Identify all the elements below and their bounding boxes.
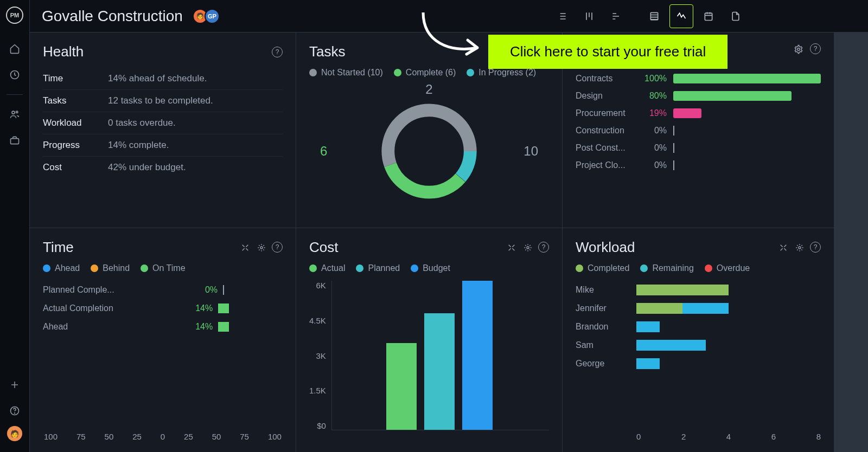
svg-point-14	[799, 247, 801, 249]
health-row: Time 14% ahead of schedule.	[43, 68, 283, 90]
legend-item[interactable]: Not Started (10)	[309, 68, 383, 78]
time-row-pct: 14%	[189, 304, 213, 313]
legend-item[interactable]: Completed	[576, 263, 629, 273]
help-icon[interactable]	[4, 400, 25, 422]
expand-icon[interactable]	[239, 242, 251, 254]
legend-label: Behind	[103, 263, 130, 273]
team-avatars[interactable]: 🧑 GP	[196, 9, 220, 24]
legend-label: Budget	[423, 263, 450, 273]
tasks-donut-chart	[375, 97, 483, 205]
health-value: 12 tasks to be completed.	[108, 95, 213, 106]
clock-icon[interactable]	[4, 64, 25, 86]
app-logo[interactable]: PM	[6, 7, 23, 24]
legend-item[interactable]: Complete (6)	[394, 68, 456, 78]
cost-bar	[386, 343, 417, 430]
svg-point-11	[797, 48, 800, 51]
axis-tick: 75	[240, 432, 249, 441]
progress-pct: 100%	[642, 74, 667, 83]
legend-dot-icon	[394, 69, 401, 76]
gantt-view-icon[interactable]	[604, 4, 628, 28]
tasks-title: Tasks	[309, 43, 345, 60]
progress-row: Procurement 19%	[576, 108, 821, 118]
health-row: Progress 14% complete.	[43, 134, 283, 157]
health-title: Health	[43, 43, 84, 60]
user-avatar[interactable]: 🧑	[7, 426, 22, 441]
health-label: Workload	[43, 118, 108, 128]
briefcase-icon[interactable]	[4, 130, 25, 151]
axis-tick: 6K	[309, 281, 326, 290]
progress-bar	[673, 91, 821, 101]
health-value: 42% under budget.	[108, 162, 186, 173]
legend-item[interactable]: Overdue	[705, 263, 750, 273]
time-row: Actual Completion 14%	[43, 299, 283, 318]
workload-row: Mike	[576, 281, 821, 299]
cost-title: Cost	[309, 239, 338, 256]
gear-icon[interactable]	[256, 242, 267, 254]
cost-bar-chart	[331, 281, 549, 430]
axis-tick: $0	[309, 421, 326, 430]
help-icon[interactable]: ?	[810, 242, 821, 253]
legend-item[interactable]: Remaining	[640, 263, 693, 273]
legend-label: Completed	[588, 263, 629, 273]
axis-tick: 100	[268, 432, 282, 441]
time-panel: Time ? Ahead Behind On Time Planned	[30, 228, 296, 452]
start-trial-button[interactable]: Click here to start your free trial	[488, 35, 727, 69]
legend-item[interactable]: Ahead	[43, 263, 80, 273]
cost-bar	[462, 281, 493, 430]
donut-label-top: 2	[425, 82, 432, 97]
gear-icon[interactable]	[794, 242, 806, 254]
svg-point-2	[16, 111, 18, 113]
legend-dot-icon	[141, 264, 148, 272]
progress-row: Design 80%	[576, 91, 821, 101]
legend-item[interactable]: Behind	[91, 263, 130, 273]
list-view-icon[interactable]	[550, 4, 574, 28]
legend-item[interactable]: Budget	[411, 263, 450, 273]
file-view-icon[interactable]	[724, 4, 748, 28]
progress-pct: 0%	[642, 126, 667, 135]
gear-icon[interactable]	[522, 242, 534, 254]
health-value: 14% ahead of schedule.	[108, 73, 207, 84]
axis-tick: 0	[161, 432, 165, 441]
axis-tick: 50	[212, 432, 221, 441]
expand-icon[interactable]	[777, 242, 789, 254]
legend-item[interactable]: Actual	[309, 263, 345, 273]
workload-name: Sam	[576, 340, 630, 350]
dashboard-view-icon[interactable]	[669, 4, 693, 28]
progress-pct: 19%	[642, 108, 667, 118]
axis-tick: 100	[44, 432, 58, 441]
health-panel: Health ? Time 14% ahead of schedule. Tas…	[30, 33, 296, 228]
time-row-name: Actual Completion	[43, 304, 130, 313]
help-icon[interactable]: ?	[538, 242, 549, 253]
legend-item[interactable]: In Progress (2)	[467, 68, 536, 78]
gear-icon[interactable]	[793, 43, 805, 55]
axis-tick: 0	[636, 432, 641, 441]
calendar-view-icon[interactable]	[697, 4, 720, 28]
legend-dot-icon	[705, 264, 712, 272]
legend-dot-icon	[356, 264, 363, 272]
progress-bar	[673, 108, 821, 118]
progress-name: Construction	[576, 126, 635, 135]
home-icon[interactable]	[4, 38, 25, 60]
health-label: Cost	[43, 162, 108, 173]
legend-label: Overdue	[717, 263, 750, 273]
legend-item[interactable]: Planned	[356, 263, 400, 273]
help-icon[interactable]: ?	[810, 43, 821, 54]
workload-bar	[636, 340, 821, 351]
expand-icon[interactable]	[506, 242, 518, 254]
help-icon[interactable]: ?	[272, 242, 283, 253]
board-view-icon[interactable]	[577, 4, 601, 28]
sheet-view-icon[interactable]	[642, 4, 666, 28]
legend-item[interactable]: On Time	[141, 263, 185, 273]
donut-label-right: 10	[524, 144, 538, 159]
progress-bar	[673, 143, 821, 153]
legend-dot-icon	[309, 264, 317, 272]
axis-tick: 25	[132, 432, 142, 441]
help-icon[interactable]: ?	[272, 47, 283, 57]
workload-row: Brandon	[576, 318, 821, 336]
axis-tick: 4.5K	[309, 316, 326, 325]
progress-row: Construction 0%	[576, 126, 821, 135]
topbar: Govalle Construction 🧑 GP	[30, 0, 868, 33]
legend-label: Remaining	[652, 263, 693, 273]
people-icon[interactable]	[4, 104, 25, 125]
add-icon[interactable]	[4, 374, 25, 396]
